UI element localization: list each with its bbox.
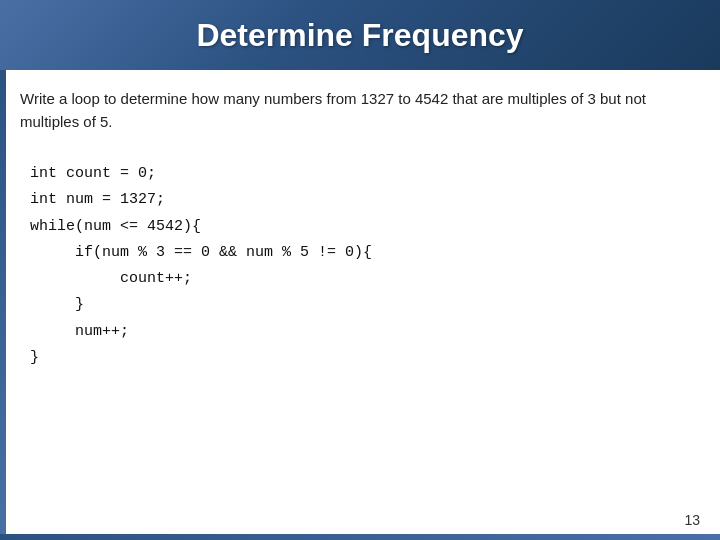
slide-title: Determine Frequency bbox=[196, 17, 523, 54]
content-area: Write a loop to determine how many numbe… bbox=[0, 70, 720, 381]
code-line-8: } bbox=[30, 345, 700, 371]
code-line-2: int num = 1327; bbox=[30, 187, 700, 213]
slide-container: Determine Frequency Write a loop to dete… bbox=[0, 0, 720, 540]
header-banner: Determine Frequency bbox=[0, 0, 720, 70]
code-line-5: count++; bbox=[30, 266, 700, 292]
left-accent-border bbox=[0, 70, 6, 540]
code-line-4: if(num % 3 == 0 && num % 5 != 0){ bbox=[30, 240, 700, 266]
description-text: Write a loop to determine how many numbe… bbox=[20, 88, 700, 133]
code-block: int count = 0; int num = 1327; while(num… bbox=[20, 161, 700, 371]
code-line-7: num++; bbox=[30, 319, 700, 345]
code-line-6: } bbox=[30, 292, 700, 318]
code-line-3: while(num <= 4542){ bbox=[30, 214, 700, 240]
code-line-1: int count = 0; bbox=[30, 161, 700, 187]
page-number: 13 bbox=[684, 512, 700, 528]
bottom-accent-border bbox=[0, 534, 720, 540]
